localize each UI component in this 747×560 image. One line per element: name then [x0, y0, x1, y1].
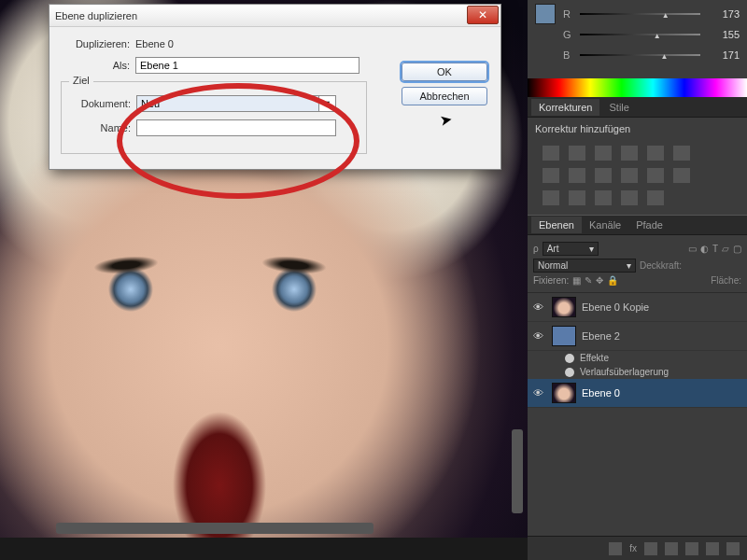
vertical-scrollbar[interactable] [512, 429, 523, 513]
layer-row[interactable]: 👁 Ebene 0 Kopie [528, 293, 747, 322]
threshold-icon[interactable] [569, 190, 585, 205]
color-swatches[interactable] [535, 4, 556, 65]
filter-smart-icon[interactable]: ▢ [733, 244, 741, 254]
layer-thumb [552, 383, 576, 403]
color-r-value: 173 [706, 8, 740, 20]
filter-adjust-icon[interactable]: ◐ [700, 244, 709, 254]
fill-label: Fläche: [711, 275, 741, 286]
channel-mixer-icon[interactable] [621, 168, 638, 183]
color-b-value: 171 [706, 49, 740, 61]
duplicate-layer-dialog: Ebene duplizieren ✕ Duplizieren: Ebene 0… [49, 4, 501, 170]
destination-legend: Ziel [69, 75, 93, 86]
lock-all-icon[interactable]: 🔒 [607, 275, 618, 286]
layer-name: Ebene 0 [582, 387, 620, 399]
lock-transparent-icon[interactable]: ▦ [572, 275, 581, 286]
posterize-icon[interactable] [543, 190, 559, 205]
layer-filter-dropdown[interactable]: Art [543, 242, 599, 256]
photo-filter-icon[interactable] [595, 168, 612, 183]
visibility-icon[interactable]: 👁 [533, 301, 546, 313]
destination-fieldset: Ziel Dokument: ▼ Name: [61, 81, 367, 154]
name-input[interactable] [136, 119, 336, 136]
effects-dot-icon [565, 368, 574, 377]
tab-styles[interactable]: Stile [601, 99, 636, 116]
lookup-icon[interactable] [647, 168, 664, 183]
lock-position-icon[interactable]: ✥ [596, 275, 603, 286]
corrections-icon-row-1 [535, 142, 740, 164]
layers-footer: fx [528, 536, 747, 560]
duplicate-label: Duplizieren: [61, 38, 130, 49]
levels-icon[interactable] [569, 146, 585, 161]
horizontal-scrollbar[interactable] [56, 523, 374, 534]
link-icon[interactable] [609, 542, 622, 555]
color-r-slider[interactable] [580, 9, 700, 19]
as-input[interactable] [135, 57, 359, 74]
close-button[interactable]: ✕ [467, 6, 499, 24]
layer-name: Ebene 2 [582, 330, 620, 342]
lock-label: Fixieren: [533, 275, 569, 286]
corrections-icon-row-2 [535, 164, 740, 187]
color-g-label: G [563, 29, 574, 40]
filter-pixel-icon[interactable]: ▭ [688, 244, 697, 254]
layer-effects-header[interactable]: Effekte [528, 351, 747, 365]
layer-effect-item[interactable]: Verlaufsüberlagerung [528, 365, 747, 379]
visibility-icon[interactable]: 👁 [533, 330, 546, 342]
tab-paths[interactable]: Pfade [628, 217, 670, 233]
curves-icon[interactable] [595, 146, 612, 161]
filter-shape-icon[interactable]: ▱ [722, 244, 729, 254]
layer-list: 👁 Ebene 0 Kopie 👁 Ebene 2 Effekte Verlau… [528, 293, 747, 408]
corrections-heading: Korrektur hinzufügen [535, 123, 740, 134]
new-layer-icon[interactable] [706, 542, 719, 555]
corrections-icon-row-3 [535, 187, 740, 209]
vibrance-icon[interactable] [647, 146, 664, 161]
balance-icon[interactable] [569, 168, 585, 183]
dialog-title: Ebene duplizieren [55, 10, 137, 21]
color-r-label: R [563, 8, 574, 20]
visibility-icon[interactable]: 👁 [533, 387, 546, 399]
selective-color-icon[interactable] [621, 190, 638, 205]
dialog-titlebar[interactable]: Ebene duplizieren ✕ [49, 5, 500, 27]
invert-icon[interactable] [673, 168, 690, 183]
filter-type-icon[interactable]: T [712, 244, 718, 254]
blend-mode-dropdown[interactable]: Normal [533, 259, 636, 273]
chevron-down-icon[interactable]: ▼ [319, 95, 336, 112]
layer-thumb [552, 297, 576, 317]
mask-icon[interactable] [644, 542, 657, 555]
tab-channels[interactable]: Kanäle [582, 217, 628, 233]
exposure-icon[interactable] [621, 146, 638, 161]
ok-button[interactable]: OK [402, 63, 487, 81]
color-panel: R 173 G 155 B 171 [528, 0, 747, 73]
hue-icon[interactable] [673, 146, 690, 161]
group-icon[interactable] [685, 542, 698, 555]
color-b-label: B [563, 49, 574, 61]
lock-pixels-icon[interactable]: ✎ [585, 275, 592, 286]
adjust-icon[interactable] [647, 190, 664, 205]
gradient-map-icon[interactable] [595, 190, 612, 205]
color-g-slider[interactable] [580, 30, 700, 39]
bw-icon[interactable] [543, 168, 559, 183]
delete-layer-icon[interactable] [726, 542, 740, 555]
fx-button[interactable]: fx [629, 543, 637, 553]
right-panel: R 173 G 155 B 171 Korrekturen Stile [528, 0, 747, 560]
name-label: Name: [71, 122, 131, 133]
tab-corrections[interactable]: Korrekturen [531, 99, 599, 116]
color-b-slider[interactable] [580, 50, 700, 60]
spectrum-strip[interactable] [528, 78, 747, 97]
opacity-label: Deckkraft: [640, 260, 682, 271]
document-label: Dokument: [71, 98, 131, 109]
brightness-icon[interactable] [543, 146, 559, 161]
duplicate-value: Ebene 0 [135, 38, 174, 49]
layer-row[interactable]: 👁 Ebene 2 [528, 322, 747, 351]
cursor-icon: ➤ [438, 110, 453, 130]
document-combo[interactable] [136, 95, 319, 112]
layer-name: Ebene 0 Kopie [582, 301, 649, 313]
effects-dot-icon [565, 354, 574, 363]
color-g-value: 155 [706, 29, 740, 40]
layer-thumb [552, 326, 576, 346]
cancel-button[interactable]: Abbrechen [402, 87, 487, 105]
layer-filter-label: ρ [533, 244, 539, 254]
layer-row[interactable]: 👁 Ebene 0 [528, 379, 747, 408]
tab-layers[interactable]: Ebenen [531, 217, 582, 233]
adjustment-layer-icon[interactable] [665, 542, 678, 555]
as-label: Als: [61, 60, 130, 71]
